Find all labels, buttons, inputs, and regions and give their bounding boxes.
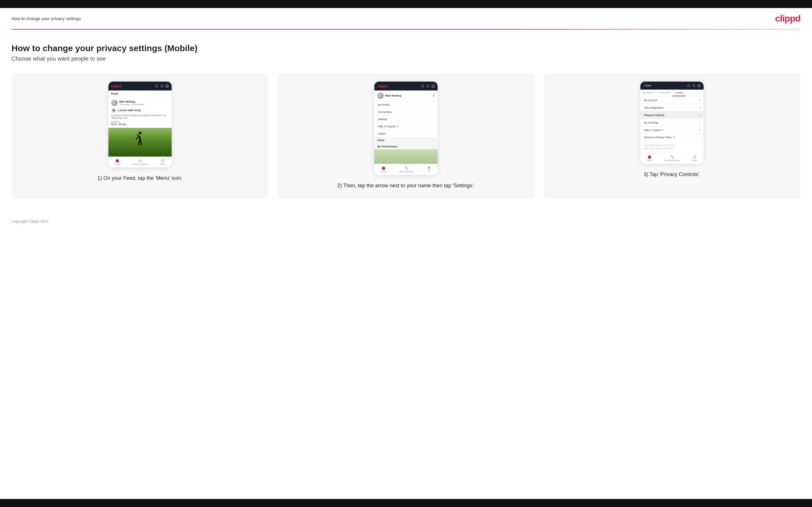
step1-avatar	[111, 100, 117, 106]
step3-my-golf-bag-chevron: ›	[699, 121, 700, 124]
step3-my-golf-bag-label: My Golf Bag	[644, 121, 658, 124]
menu-icon	[161, 159, 165, 163]
logo: clippd	[775, 13, 801, 24]
step3-back-button[interactable]: < Back	[643, 84, 651, 87]
step3-tab-myprofile[interactable]: My Profile	[640, 90, 655, 96]
step3-help-chevron: ›	[699, 128, 700, 131]
chart-icon-2	[405, 166, 409, 170]
chart-icon-3	[670, 155, 674, 159]
step3-phone: < Back My Profile Connections Settings	[640, 81, 704, 164]
home-icon-2	[382, 166, 386, 170]
svg-point-16	[688, 84, 690, 87]
svg-point-12	[433, 86, 433, 87]
step3-tab-settings[interactable]: Settings	[672, 90, 686, 96]
step3-data-integrations-label: Data Integrations	[644, 106, 664, 109]
step1-nav-menu[interactable]: Menu	[160, 159, 165, 165]
header: How to change your privacy settings clip…	[0, 8, 812, 29]
step2-nav-close[interactable]: ✕	[427, 166, 431, 173]
top-bar	[0, 0, 812, 8]
step3-service-privacy[interactable]: Service & Privacy Policy ↗	[640, 134, 704, 141]
step1-feed-tab: Feed	[108, 91, 172, 97]
step2-avatar	[377, 93, 384, 99]
chart-icon	[138, 159, 142, 163]
step2-performance-label: My Performance	[377, 145, 397, 148]
copyright-text: Copyright Clippd 2022	[11, 219, 49, 223]
step3-settings-menu: My Account › Data Integrations › Privacy…	[640, 97, 704, 141]
step3-privacy-controls-label: Privacy Controls	[644, 114, 664, 117]
svg-point-13	[380, 95, 381, 95]
step3-data-integrations-chevron: ›	[699, 106, 700, 109]
step2-menu-connections[interactable]: Connections	[374, 109, 438, 116]
close-icon	[427, 166, 431, 170]
step1-nav-performance: My Performance	[133, 159, 148, 165]
step3-help-support[interactable]: Help & Support ↗ ›	[640, 126, 704, 134]
step3-my-account-label: My Account	[644, 99, 657, 102]
step1-lesson-title: Lesson with Fordy	[118, 109, 141, 112]
step2-logo: clippd	[377, 84, 387, 88]
step2-dropdown-arrow[interactable]: ⇧	[432, 94, 435, 98]
svg-line-1	[157, 87, 158, 88]
step3-tabs: My Profile Connections Settings	[640, 90, 704, 97]
step2-menu-logout[interactable]: Logout	[374, 130, 438, 137]
step1-phone: clippd Feed Blai	[108, 81, 172, 167]
step2-dropdown-menu: My Profile Connections Settings Help & S…	[374, 101, 438, 137]
lesson-icon	[112, 109, 115, 112]
step2-golf-bg	[374, 149, 438, 164]
step3-tab-connections[interactable]: Connections	[655, 90, 672, 96]
step2-sections: Home ⌄ My Performance ⌄	[374, 137, 438, 149]
main-content: How to change your privacy settings (Mob…	[0, 30, 812, 210]
step2-menu-help[interactable]: Help & Support ↗	[374, 123, 438, 130]
step2-menu-settings[interactable]: Settings	[374, 116, 438, 123]
step3-version-info: Clippd Client Version: 2022.8.3-3 GQL Se…	[640, 141, 704, 153]
svg-line-10	[423, 87, 424, 88]
step-3-card: < Back My Profile Connections Settings	[544, 73, 801, 199]
step3-privacy-controls[interactable]: Privacy Controls ›	[640, 111, 704, 119]
search-icon-2	[421, 84, 424, 88]
step2-section-performance[interactable]: My Performance ⌄	[374, 144, 438, 149]
step2-phone: clippd Blair McHarg	[374, 81, 438, 175]
search-icon-3	[687, 84, 691, 87]
svg-point-19	[699, 85, 700, 86]
step3-my-golf-bag[interactable]: My Golf Bag ›	[640, 119, 704, 126]
step3-my-account[interactable]: My Account ›	[640, 97, 704, 104]
step3-help-support-label: Help & Support ↗	[644, 129, 664, 131]
settings-icon-3	[697, 84, 701, 87]
step1-duration-val: 01 hr : 30 min	[111, 123, 169, 125]
header-title: How to change your privacy settings	[11, 16, 81, 21]
step1-icons	[155, 84, 169, 88]
svg-point-0	[156, 85, 158, 87]
step1-username: Blair McHarg	[119, 100, 144, 103]
settings-icon-2	[431, 84, 435, 88]
golfer-svg	[133, 131, 147, 154]
step3-icons	[687, 84, 701, 87]
step3-data-integrations[interactable]: Data Integrations ›	[640, 104, 704, 111]
svg-point-11	[427, 85, 428, 86]
svg-point-4	[114, 102, 115, 103]
step2-menu-my-profile[interactable]: My Profile	[374, 101, 438, 109]
step-2-card: clippd Blair McHarg	[277, 73, 534, 199]
step3-nav-performance: My Performance	[665, 155, 679, 161]
step2-section-home[interactable]: Home ⌄	[374, 137, 438, 143]
home-icon	[115, 159, 119, 163]
step1-user-sub: Yesterday · Sunningdale	[119, 103, 144, 106]
step3-bottom-nav: Home My Performance Menu	[640, 153, 704, 164]
svg-point-5	[139, 131, 142, 134]
step1-lesson-icon	[111, 108, 116, 113]
step3-nav-menu[interactable]: Menu	[693, 155, 698, 161]
step1-lesson-row: Lesson with Fordy	[111, 108, 169, 113]
step1-bottom-nav: Home My Performance Menu	[108, 157, 172, 167]
step1-nav-home: Home	[115, 159, 120, 165]
home-icon-3	[648, 155, 652, 159]
step2-home-label: Home	[377, 139, 385, 142]
step1-duration-label: Duration	[111, 121, 169, 123]
step1-user-row: Blair McHarg Yesterday · Sunningdale	[111, 100, 169, 106]
page-heading: How to change your privacy settings (Mob…	[11, 43, 801, 53]
svg-point-3	[166, 86, 167, 87]
settings-icon	[165, 84, 169, 88]
step3-service-privacy-label: Service & Privacy Policy ↗	[644, 136, 675, 139]
step1-golf-image	[108, 128, 172, 157]
svg-point-9	[421, 85, 423, 87]
step2-nav-performance: My Performance	[399, 166, 414, 173]
step3-version-line1: Clippd Client Version: 2022.8.3-3	[644, 144, 700, 147]
step1-topbar: clippd	[108, 81, 172, 91]
